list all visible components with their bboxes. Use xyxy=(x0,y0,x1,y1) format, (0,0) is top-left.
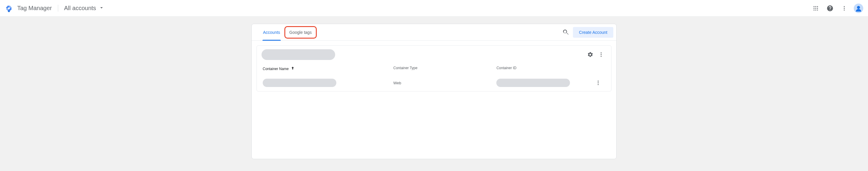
svg-point-9 xyxy=(817,9,818,10)
container-name-redacted xyxy=(263,79,336,87)
more-vert-icon xyxy=(595,80,601,86)
column-header-container-name-label: Container Name xyxy=(263,67,288,71)
tab-accounts[interactable]: Accounts xyxy=(259,24,284,41)
more-vert-icon xyxy=(598,52,604,58)
account-avatar[interactable] xyxy=(854,4,863,13)
apps-icon[interactable] xyxy=(810,2,822,14)
svg-point-6 xyxy=(817,8,818,9)
svg-point-8 xyxy=(815,9,816,10)
account-overflow-button[interactable] xyxy=(596,49,607,60)
svg-point-18 xyxy=(597,84,598,85)
topbar-left-group: Tag Manager All accounts xyxy=(5,4,104,12)
svg-point-13 xyxy=(600,53,601,53)
gtm-logo-icon xyxy=(5,4,13,12)
svg-point-4 xyxy=(814,8,814,9)
arrow-up-icon xyxy=(290,66,295,72)
table-row[interactable]: Web xyxy=(257,75,611,91)
svg-point-10 xyxy=(844,6,844,7)
containers-table-header: Container Name Container Type Container … xyxy=(257,63,611,75)
tab-accounts-label: Accounts xyxy=(263,30,280,35)
help-icon[interactable] xyxy=(824,2,836,14)
page-body: Accounts Google tags Create Account xyxy=(0,17,868,171)
svg-point-15 xyxy=(600,56,601,57)
container-id-redacted xyxy=(496,79,570,87)
tabs-row: Accounts Google tags Create Account xyxy=(252,24,616,41)
column-header-container-name[interactable]: Container Name xyxy=(263,66,393,72)
svg-point-16 xyxy=(597,81,598,82)
tab-google-tags-label: Google tags xyxy=(289,30,312,35)
topbar-overflow-button[interactable] xyxy=(838,2,850,14)
search-button[interactable] xyxy=(560,26,572,38)
account-header xyxy=(257,46,611,63)
account-settings-button[interactable] xyxy=(585,49,596,60)
svg-point-14 xyxy=(600,54,601,55)
tab-google-tags[interactable]: Google tags xyxy=(284,26,317,38)
row-overflow-button[interactable] xyxy=(592,77,604,89)
gear-icon xyxy=(587,52,593,58)
svg-point-11 xyxy=(844,8,844,9)
account-section: Container Name Container Type Container … xyxy=(256,46,612,91)
svg-point-1 xyxy=(814,6,814,7)
svg-point-12 xyxy=(844,9,844,10)
account-breadcrumb[interactable]: All accounts xyxy=(58,5,104,11)
breadcrumb-label: All accounts xyxy=(64,5,96,11)
search-icon xyxy=(562,29,569,36)
column-header-container-type[interactable]: Container Type xyxy=(393,66,496,72)
accounts-card: Accounts Google tags Create Account xyxy=(251,24,617,159)
svg-point-3 xyxy=(817,6,818,7)
svg-point-17 xyxy=(597,82,598,83)
app-topbar: Tag Manager All accounts xyxy=(0,0,868,17)
svg-point-7 xyxy=(814,9,814,10)
topbar-right-group xyxy=(810,2,863,14)
create-account-button[interactable]: Create Account xyxy=(573,27,613,38)
account-name-redacted xyxy=(261,49,335,60)
svg-point-2 xyxy=(815,6,816,7)
column-header-container-id[interactable]: Container ID xyxy=(496,66,589,72)
product-name: Tag Manager xyxy=(17,5,58,11)
container-type-value: Web xyxy=(393,81,401,85)
chevron-down-icon xyxy=(98,5,104,11)
svg-point-5 xyxy=(815,8,816,9)
more-vert-icon xyxy=(841,5,847,11)
